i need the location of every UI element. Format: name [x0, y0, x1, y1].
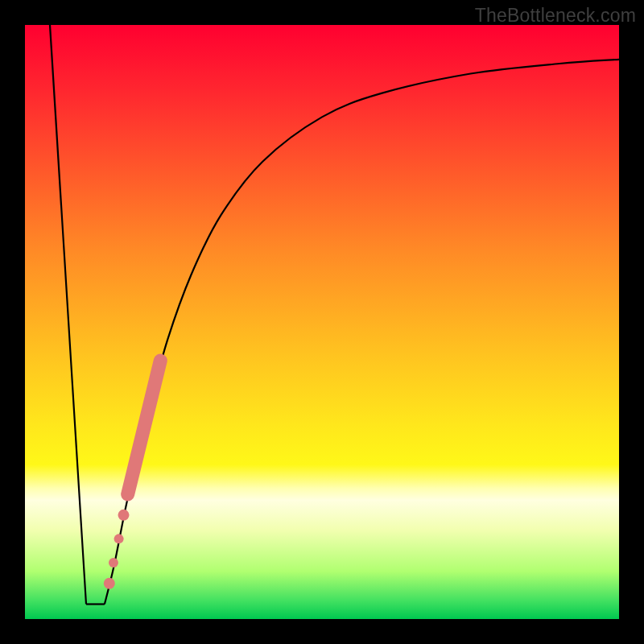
- highlight-dot: [104, 578, 115, 589]
- highlight-bar: [128, 361, 161, 494]
- chart-svg: [25, 25, 619, 619]
- highlight-layer: [104, 361, 160, 589]
- highlight-dot: [118, 510, 130, 521]
- chart-frame: TheBottleneck.com: [0, 0, 644, 644]
- highlight-dot: [109, 558, 118, 568]
- recovery-curve-line: [105, 60, 619, 605]
- left-slope-line: [50, 25, 86, 605]
- curve-layer: [50, 25, 619, 605]
- watermark-text: TheBottleneck.com: [475, 5, 636, 27]
- highlight-dot: [114, 534, 124, 543]
